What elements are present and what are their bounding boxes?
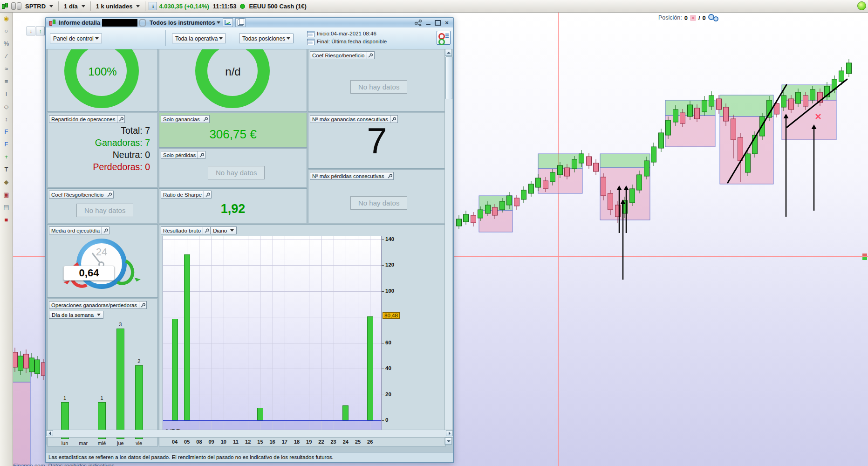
positions-dropdown[interactable]: Todas posiciones bbox=[239, 34, 294, 43]
maximize-button[interactable] bbox=[434, 20, 441, 26]
panel-control-dropdown[interactable]: Panel de control bbox=[50, 34, 102, 43]
wrench-icon[interactable] bbox=[204, 191, 212, 199]
wrench-icon[interactable] bbox=[386, 172, 394, 180]
fib-tool-icon[interactable]: F bbox=[2, 127, 11, 136]
daily-bar bbox=[342, 405, 349, 420]
scroll-up-icon[interactable] bbox=[445, 49, 452, 56]
minimize-button[interactable] bbox=[425, 20, 431, 26]
sell-arrow-button[interactable]: ↓ bbox=[27, 27, 35, 35]
daily-x-label: 09 bbox=[206, 439, 217, 445]
weekly-period-dropdown[interactable]: Día de la semana bbox=[49, 311, 103, 319]
content-horizontal-scrollbar[interactable] bbox=[46, 430, 453, 438]
close-position-icon[interactable]: × bbox=[690, 15, 696, 21]
gain-ratio-panel: n/d bbox=[159, 49, 307, 112]
add-tool-icon[interactable]: + bbox=[2, 152, 11, 161]
daily-x-label: 26 bbox=[364, 439, 376, 445]
main-toolbar: SPTRD 1 día 1 k unidades i 4.030,35 (+0,… bbox=[0, 0, 868, 13]
scroll-right-icon[interactable] bbox=[446, 430, 453, 436]
scroll-left-icon[interactable] bbox=[46, 430, 53, 436]
weekday-bar-value: 2 bbox=[133, 358, 144, 364]
content-vertical-scrollbar[interactable] bbox=[444, 49, 452, 445]
shape-tool-icon[interactable]: ◇ bbox=[2, 102, 11, 110]
info-icon[interactable]: i bbox=[149, 2, 157, 10]
wrench-icon[interactable] bbox=[102, 226, 109, 234]
connection-status-icon[interactable] bbox=[857, 1, 866, 10]
eraser-tool-icon[interactable]: ■ bbox=[2, 215, 11, 224]
coef-riesgo-top-panel: Coef Riesgo/beneficio No hay datos bbox=[308, 49, 446, 112]
gridline-h bbox=[163, 343, 381, 343]
diamond-tool-icon[interactable]: ◆ bbox=[2, 178, 11, 186]
units-dropdown[interactable]: 1 k unidades bbox=[94, 3, 142, 10]
weekday-label: vie bbox=[131, 440, 146, 446]
report-settings-icon[interactable] bbox=[437, 31, 451, 45]
wrench-icon[interactable] bbox=[198, 151, 205, 159]
wrench-icon[interactable] bbox=[203, 226, 211, 234]
gauge-max: 24 bbox=[76, 246, 127, 258]
repartition-panel: Repartición de operacones Total: 7 Ganad… bbox=[47, 113, 158, 187]
calendar-end-icon[interactable] bbox=[307, 39, 314, 45]
magnifier-icon[interactable]: ○ bbox=[2, 27, 11, 35]
wrench-icon[interactable] bbox=[106, 191, 114, 199]
win-ratio-donut bbox=[64, 49, 139, 108]
daily-bar bbox=[172, 319, 178, 420]
daily-y-label: 120 bbox=[385, 262, 394, 267]
wrench-icon[interactable] bbox=[390, 115, 398, 123]
disclaimer-text: Las estadísticas se refieren a los datos… bbox=[48, 454, 334, 460]
coef-top-label: Coef Riesgo/beneficio bbox=[310, 51, 367, 59]
copy-report-button[interactable] bbox=[235, 18, 246, 27]
gain-ratio-donut bbox=[195, 49, 270, 108]
grid-tool-icon[interactable]: ▤ bbox=[2, 203, 11, 211]
solo-perdidas-panel: Solo pérdidas No hay datos bbox=[159, 149, 307, 187]
resultado-period-dropdown[interactable]: Diario bbox=[211, 226, 237, 234]
candlestick-style-icon[interactable] bbox=[1, 2, 8, 10]
position-bar: Posición: 0 × / 0 bbox=[658, 14, 718, 21]
gridline-h bbox=[163, 240, 381, 240]
cursor-tool-icon[interactable]: T bbox=[2, 165, 11, 173]
daily-x-label: 17 bbox=[279, 439, 290, 445]
wrench-icon[interactable] bbox=[367, 51, 375, 59]
share-icon[interactable] bbox=[415, 20, 422, 26]
weekday-bar-value: 1 bbox=[59, 395, 70, 401]
instrument-dropdown[interactable]: SPTRD bbox=[23, 3, 55, 10]
daily-bar bbox=[257, 408, 263, 420]
fork-tool-icon[interactable]: F bbox=[2, 140, 11, 148]
scroll-down-icon[interactable] bbox=[445, 438, 452, 445]
repartition-total: Total: 7 bbox=[93, 124, 150, 137]
wrench-icon[interactable] bbox=[117, 115, 125, 123]
daily-y-label: 20 bbox=[385, 391, 391, 397]
daily-y-label: 140 bbox=[385, 236, 394, 242]
levels-tool-icon[interactable]: ≡ bbox=[2, 77, 11, 85]
range-tool-icon[interactable]: ↕ bbox=[2, 115, 11, 123]
alert-bell-icon[interactable]: ◉ bbox=[2, 14, 11, 22]
repartition-label: Repartición de operacones bbox=[49, 115, 117, 123]
daily-y-label: 40 bbox=[385, 365, 391, 371]
close-button[interactable]: × bbox=[444, 20, 450, 26]
calendar-start-icon[interactable] bbox=[307, 31, 314, 37]
wrench-icon[interactable] bbox=[202, 115, 210, 123]
y-tick bbox=[382, 240, 384, 240]
drawing-toolbar: ◉○%∕≈≡T◇↕FF+T◆▣▤■ bbox=[0, 12, 13, 466]
quote-time: 11:11:53 bbox=[211, 3, 239, 10]
timeframe-dropdown[interactable]: 1 día bbox=[62, 3, 87, 10]
daily-bar bbox=[184, 254, 190, 420]
operative-dropdown[interactable]: Toda la operativa bbox=[172, 34, 226, 43]
percent-tool-icon[interactable]: % bbox=[2, 39, 11, 48]
resultado-label: Resultado bruto bbox=[161, 226, 203, 234]
window-titlebar[interactable]: Informe detalla Todos los instrumentos × bbox=[46, 18, 453, 28]
zone-tool-icon[interactable]: ▣ bbox=[2, 190, 11, 199]
text-tool-icon[interactable]: T bbox=[2, 89, 11, 98]
solo-perdidas-empty: No hay datos bbox=[208, 166, 265, 179]
wrench-icon[interactable] bbox=[139, 301, 147, 309]
date-range: Inicio:04-mar-2021 08:46 Final: Última f… bbox=[307, 30, 387, 46]
position-settings-icon[interactable] bbox=[708, 14, 718, 21]
workspace-icon[interactable] bbox=[11, 2, 21, 10]
report-candle-icon bbox=[49, 19, 55, 27]
instruments-dropdown[interactable]: Todos los instrumentos bbox=[150, 20, 220, 26]
buy-arrow-button[interactable]: ↑ bbox=[36, 27, 45, 35]
gridline-h bbox=[163, 265, 381, 266]
vertical-scroll-thumb[interactable] bbox=[445, 56, 452, 99]
wave-tool-icon[interactable]: ≈ bbox=[2, 64, 11, 73]
window-title: Informe detalla bbox=[59, 20, 100, 26]
chart-report-button[interactable] bbox=[223, 18, 233, 27]
line-tool-icon[interactable]: ∕ bbox=[2, 52, 11, 60]
